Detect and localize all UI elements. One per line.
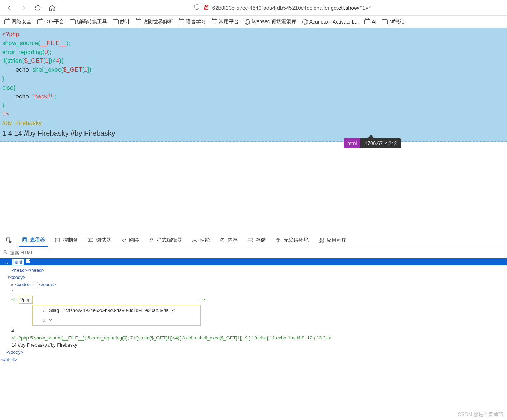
globe-icon [245, 19, 250, 25]
tab-performance[interactable]: 性能 [188, 233, 213, 247]
folder-icon [136, 19, 141, 24]
home-button[interactable] [47, 2, 58, 14]
bookmark-item[interactable]: ctf总结 [382, 19, 405, 25]
folder-icon [179, 19, 184, 24]
svg-rect-7 [221, 238, 224, 242]
svg-point-16 [4, 250, 6, 253]
tooltip-tag: html [344, 138, 360, 148]
tab-application[interactable]: 应用程序 [315, 233, 349, 247]
forward-button[interactable] [18, 2, 29, 14]
globe-icon [302, 19, 308, 25]
php-source: <?php show_source(__FILE__); error_repor… [2, 30, 505, 128]
bookmark-item[interactable]: 网络安全 [4, 19, 32, 25]
svg-point-8 [222, 240, 223, 241]
tab-style[interactable]: 样式编辑器 [145, 233, 185, 247]
tab-storage[interactable]: 存储 [244, 233, 269, 247]
folder-icon [382, 19, 388, 24]
reload-button[interactable] [32, 2, 44, 14]
scroll-indicator-icon [26, 259, 30, 263]
folder-icon [113, 19, 119, 24]
url-text: 62b8f23e-57cc-4640-ada4-db545210c4ec.cha… [212, 5, 371, 11]
bookmarks-bar: 网络安全 CTF平台 编码转换工具 妙计 攻防世界解析 语言学习 常用平台 iw… [0, 16, 507, 28]
bookmark-item[interactable]: 妙计 [113, 19, 130, 25]
bookmark-item[interactable]: 编码转换工具 [70, 19, 107, 25]
svg-rect-13 [322, 238, 323, 240]
watermark: CSDN @是个普通苗 [458, 411, 503, 418]
svg-rect-12 [319, 238, 321, 240]
console-icon [54, 237, 61, 243]
svg-rect-5 [55, 238, 60, 242]
bookmark-item[interactable]: Acunetix - Activate L... [302, 19, 359, 25]
inspector-icon [21, 237, 28, 243]
command-output: 1 4 14 //by Firebasky //by Firebasky [2, 128, 505, 137]
style-icon [148, 237, 155, 243]
bookmark-item[interactable]: 语言学习 [179, 19, 206, 25]
bookmark-item[interactable]: iwebsec 靶场漏洞库 [245, 19, 296, 25]
devtools-search [0, 247, 507, 258]
tab-inspector[interactable]: 查看器 [19, 233, 48, 247]
tooltip-dimensions: 1706.67 × 242 [360, 138, 401, 148]
folder-icon [37, 19, 43, 24]
svg-rect-9 [248, 238, 252, 240]
search-input[interactable] [10, 250, 117, 255]
insecure-icon [203, 4, 209, 11]
page-content: <?php show_source(__FILE__); error_repor… [0, 28, 507, 142]
perf-icon [191, 237, 198, 243]
folder-icon [212, 19, 217, 24]
svg-rect-3 [23, 238, 27, 242]
svg-rect-6 [88, 238, 93, 241]
svg-rect-15 [322, 241, 323, 242]
tab-console[interactable]: 控制台 [52, 233, 81, 247]
bookmark-item[interactable]: CTF平台 [37, 19, 64, 25]
dom-tree[interactable]: <head></head> ▼<body> ▸<code>⋯</code> 1 … [0, 265, 507, 367]
breadcrumb-row[interactable]: …html [0, 258, 507, 265]
flag-tooltip: 2$flag = 'ctfshow{4924e520-b9c0-4a90-8c1… [32, 305, 201, 326]
inspector-tooltip: html 1706.67 × 242 [344, 135, 401, 148]
tab-memory[interactable]: 内存 [216, 233, 241, 247]
svg-rect-4 [24, 238, 26, 241]
devtools-panel: 查看器 控制台 调试器 网络 样式编辑器 性能 内存 存储 无障碍环境 应用程序… [0, 233, 507, 420]
folder-icon [70, 19, 76, 24]
element-picker-button[interactable] [3, 233, 15, 247]
back-button[interactable] [4, 2, 15, 14]
a11y-icon [275, 237, 281, 243]
network-icon [120, 237, 127, 243]
tab-network[interactable]: 网络 [117, 233, 142, 247]
folder-icon [4, 19, 10, 24]
url-bar[interactable]: 62b8f23e-57cc-4640-ada4-db545210c4ec.cha… [61, 4, 503, 11]
svg-point-11 [278, 238, 279, 239]
memory-icon [219, 237, 226, 243]
tab-debugger[interactable]: 调试器 [84, 233, 114, 247]
debugger-icon [87, 237, 94, 243]
shield-icon [194, 4, 200, 11]
bookmark-item[interactable]: 常用平台 [212, 19, 239, 25]
folder-icon [364, 19, 370, 24]
search-icon [3, 250, 8, 256]
bookmark-item[interactable]: 攻防世界解析 [136, 19, 173, 25]
storage-icon [247, 237, 254, 243]
app-icon [318, 237, 324, 243]
svg-rect-10 [248, 241, 252, 242]
devtools-tabs: 查看器 控制台 调试器 网络 样式编辑器 性能 内存 存储 无障碍环境 应用程序 [0, 233, 507, 247]
tab-accessibility[interactable]: 无障碍环境 [272, 233, 312, 247]
bookmark-item[interactable]: AI [364, 19, 376, 25]
browser-nav-bar: 62b8f23e-57cc-4640-ada4-db545210c4ec.cha… [0, 0, 507, 16]
svg-rect-14 [319, 241, 321, 242]
